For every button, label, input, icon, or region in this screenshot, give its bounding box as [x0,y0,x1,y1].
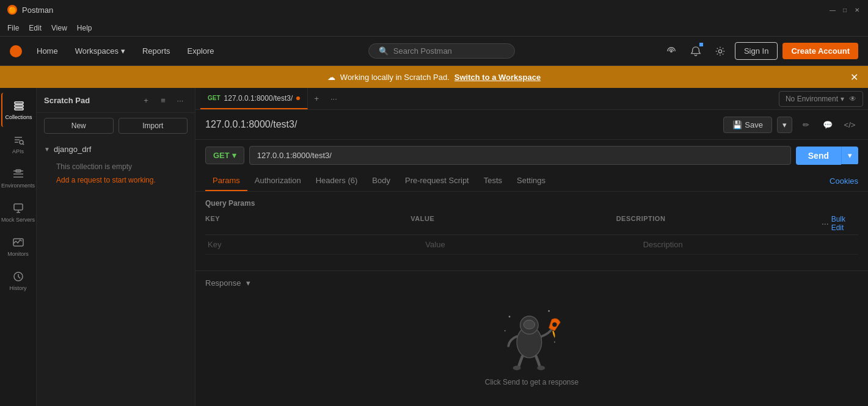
menu-edit[interactable]: Edit [29,24,42,32]
sidebar-item-apis[interactable]: APIs [1,127,35,161]
content-area: GET 127.0.0.1:8000/test3/ + ··· No Envir… [195,88,868,406]
request-header-actions: 💾 Save ▾ ✏ 💬 </> [723,116,858,133]
method-label: GET [213,151,230,160]
switch-workspace-link[interactable]: Switch to a Workspace [454,73,541,82]
nav-logo [10,45,22,57]
collection-expand-arrow: ▼ [44,146,50,153]
nav-workspaces[interactable]: Workspaces ▾ [68,43,133,59]
tab-modified-dot [296,96,300,100]
add-tab-button[interactable]: + [308,94,325,103]
sign-in-button[interactable]: Sign In [735,42,778,60]
request-header: 127.0.0.1:8000/test3/ 💾 Save ▾ ✏ 💬 </> [195,110,868,140]
code-icon[interactable]: </> [841,116,858,133]
collections-panel: Scratch Pad + ≡ ··· New Import ▼ django_… [37,88,195,406]
response-empty-state: Click Send to get a response [205,288,858,399]
send-dropdown-button[interactable]: ▾ [841,147,858,164]
search-placeholder: Search Postman [393,46,452,56]
scratch-pad-title: Scratch Pad [44,96,90,105]
logo-icon [10,45,22,57]
col-actions: ··· Bulk Edit [822,215,858,232]
collection-list: ▼ django_drf This collection is empty Ad… [37,139,195,406]
new-button[interactable]: New [44,118,114,134]
sidebar-label-mock-servers: Mock Servers [1,217,35,223]
request-tab-0[interactable]: GET 127.0.0.1:8000/test3/ [200,88,308,109]
maximize-button[interactable]: □ [841,6,848,13]
environment-label: No Environment [786,95,838,103]
sidebar-item-collections[interactable]: Collections [1,93,35,127]
more-icon[interactable]: ··· [822,219,829,228]
window-controls[interactable]: — □ ✕ [829,6,861,13]
param-key-input[interactable] [205,237,423,252]
import-button[interactable]: Import [119,118,188,134]
sidebar-label-monitors: Monitors [7,251,29,257]
create-account-button[interactable]: Create Account [782,43,858,59]
url-input[interactable] [249,146,791,165]
tab-settings[interactable]: Settings [509,171,553,191]
bell-icon[interactable] [686,42,706,61]
sidebar-item-mock-servers[interactable]: Mock Servers [1,195,35,230]
satellite-icon[interactable] [662,42,681,61]
close-banner-button[interactable]: ✕ [850,71,858,83]
col-value-header: VALUE [410,215,616,232]
menu-bar: File Edit View Help [0,20,868,37]
request-title: 127.0.0.1:8000/test3/ [205,119,297,130]
menu-help[interactable]: Help [77,24,92,32]
cookies-link[interactable]: Cookies [830,176,858,186]
tab-authorization[interactable]: Authorization [247,171,308,191]
sidebar-item-monitors[interactable]: Monitors [1,230,35,264]
add-collection-button[interactable]: + [139,93,153,107]
tab-params[interactable]: Params [205,171,247,191]
menu-file[interactable]: File [7,24,19,32]
svg-point-1 [718,49,721,53]
tab-pre-request-script[interactable]: Pre-request Script [398,171,476,191]
close-button[interactable]: ✕ [853,6,861,13]
chevron-down-icon: ▾ [841,95,844,103]
environment-dropdown[interactable]: No Environment ▾ 👁 [779,91,863,107]
sidebar-item-environments[interactable]: Environments [1,161,35,195]
more-options-button[interactable]: ··· [173,93,188,107]
svg-point-14 [512,366,520,370]
save-dropdown-button[interactable]: ▾ [777,117,792,133]
svg-point-12 [523,320,534,329]
filter-collections-button[interactable]: ≡ [156,93,170,107]
nav-actions: Sign In Create Account [662,42,858,61]
sidebar-item-history[interactable]: History [1,264,35,298]
params-table: KEY VALUE DESCRIPTION ··· Bulk Edit [205,212,858,255]
sidebar: Collections APIs Environments Mock Serve… [0,88,37,406]
tab-headers[interactable]: Headers (6) [308,171,365,191]
param-description-input[interactable] [641,237,858,252]
tab-tests[interactable]: Tests [476,171,509,191]
method-select[interactable]: GET ▾ [205,147,244,164]
settings-icon[interactable] [710,42,730,61]
app-name: Postman [22,5,53,15]
menu-view[interactable]: View [51,24,67,32]
svg-rect-2 [15,102,23,104]
save-button[interactable]: 💾 Save [723,117,772,133]
nav-explore[interactable]: Explore [180,43,222,59]
response-collapse-arrow[interactable]: ▾ [246,278,250,288]
bulk-edit-button[interactable]: Bulk Edit [831,215,858,232]
astronaut-illustration [495,300,569,373]
param-value-input[interactable] [423,237,640,252]
nav-reports[interactable]: Reports [135,43,178,59]
add-request-link[interactable]: Add a request to start working. [37,176,195,189]
svg-point-16 [508,316,510,317]
sidebar-label-collections: Collections [5,114,32,120]
nav-home[interactable]: Home [29,43,65,59]
edit-icon[interactable]: ✏ [797,116,814,133]
eye-icon[interactable]: 👁 [849,95,856,103]
collection-empty-message: This collection is empty [37,158,195,176]
new-import-row: New Import [37,113,195,139]
tab-bar: GET 127.0.0.1:8000/test3/ + ··· No Envir… [195,88,868,110]
tab-body[interactable]: Body [365,171,398,191]
search-postman[interactable]: 🔍 Search Postman [368,43,515,59]
minimize-button[interactable]: — [829,6,836,13]
tab-more-options[interactable]: ··· [325,94,342,103]
send-main-button[interactable]: Send [796,147,841,165]
collection-django-drf[interactable]: ▼ django_drf [37,141,195,158]
comment-icon[interactable]: 💬 [819,116,836,133]
tab-url: 127.0.0.1:8000/test3/ [224,94,293,103]
params-section: Query Params KEY VALUE DESCRIPTION ··· B… [195,192,868,270]
svg-rect-4 [15,108,23,110]
params-header: KEY VALUE DESCRIPTION ··· Bulk Edit [205,212,858,235]
